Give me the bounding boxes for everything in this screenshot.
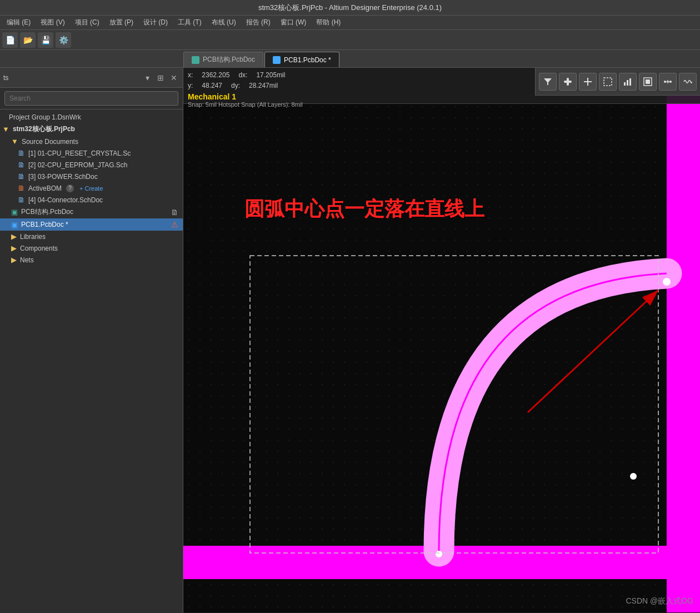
rt-filter-btn[interactable] (539, 73, 557, 91)
file-cpu-eeprom[interactable]: 🗎 [2] 02-CPU_EEPROM_JTAG.Sch (0, 159, 183, 171)
menu-place[interactable]: 放置 (P) (105, 17, 138, 28)
file-cpu-reset[interactable]: 🗎 [1] 01-CPU_RESET_CRYSTAL.Sc (0, 147, 183, 159)
file-connector[interactable]: 🗎 [4] 04-Connector.SchDoc (0, 194, 183, 206)
project-name: stm32核心板.PrjPcb (13, 124, 75, 134)
file-pcb-struct[interactable]: ▣ PCB结构.PcbDoc 🗎 (0, 206, 183, 218)
coord-y-label: y: (188, 81, 193, 91)
tab-pcb-struct-label: PCB结构.PcbDoc (203, 55, 255, 64)
toolbar-save[interactable]: 💾 (38, 32, 53, 48)
nets-folder-icon: ▶ (11, 256, 17, 264)
tab-pcb-struct-icon (192, 56, 199, 64)
svg-rect-18 (667, 68, 700, 612)
tab-bar: PCB结构.PcbDoc PCB1.PcbDoc * (0, 50, 700, 68)
right-toolbar (535, 68, 700, 96)
toolbar: 📄 📂 💾 ⚙️ (0, 30, 700, 50)
components-item[interactable]: ▶ Components (0, 242, 183, 254)
libraries-label: Libraries (20, 233, 46, 241)
rt-highlight-btn[interactable] (559, 73, 577, 91)
file-pcb1[interactable]: ▣ PCB1.PcbDoc * ⚠ (0, 218, 183, 231)
toolbar-new[interactable]: 📄 (2, 32, 18, 48)
rt-select-btn[interactable] (599, 73, 617, 91)
coord-x-val: 2362.205 (202, 70, 229, 81)
libraries-folder-icon: ▶ (11, 232, 17, 241)
menu-edit[interactable]: 编辑 (E) (2, 17, 35, 28)
watermark: CSDN @嵌入式OG (626, 596, 693, 606)
toolbar-open[interactable]: 📂 (20, 32, 36, 48)
search-bar (0, 88, 183, 109)
toolbar-settings[interactable]: ⚙️ (56, 32, 71, 48)
coord-dy-label: dy: (231, 81, 240, 91)
title-bar: stm32核心板.PrjPcb - Altium Designer Enterp… (0, 0, 700, 16)
tab-pcb1-label: PCB1.PcbDoc * (284, 56, 331, 64)
menu-route[interactable]: 布线 (U) (207, 17, 241, 28)
sch-file-icon-1: 🗎 (18, 149, 25, 157)
file-connector-label: [4] 04-Connector.SchDoc (28, 196, 103, 204)
svg-rect-10 (646, 79, 650, 84)
rt-bar-chart-btn[interactable] (619, 73, 637, 91)
components-label: Components (20, 245, 58, 252)
pcb1-file-icon: ▣ (11, 221, 18, 229)
project-folder-icon: ▼ (2, 125, 9, 133)
source-docs-group[interactable]: ▼ Source Documents (0, 136, 183, 147)
svg-rect-6 (624, 82, 626, 86)
menu-tools[interactable]: 工具 (T) (173, 17, 206, 28)
rt-component-btn[interactable] (639, 73, 657, 91)
rt-connect-btn[interactable] (659, 73, 677, 91)
coord-dy-val: 28.247mil (249, 81, 278, 91)
pcb-struct-file-icon: 🗎 (171, 208, 178, 217)
menu-window[interactable]: 窗口 (W) (276, 17, 311, 28)
nets-item[interactable]: ▶ Nets (0, 254, 183, 266)
libraries-item[interactable]: ▶ Libraries (0, 231, 183, 242)
sidebar-header: ts ▾ ⊞ ✕ (0, 68, 183, 88)
annotation-text: 圆弧中心点一定落在直线上 (244, 196, 484, 223)
source-folder-icon: ▼ (11, 137, 18, 146)
nets-label: Nets (20, 256, 34, 264)
bom-file-icon: 🗎 (18, 184, 25, 192)
activebom-create[interactable]: + Create (79, 185, 103, 192)
main-layout: ts ▾ ⊞ ✕ Project Group 1.DsnWrk ▼ stm32核… (0, 68, 700, 613)
tab-pcb1-icon (273, 56, 281, 64)
svg-rect-5 (604, 78, 612, 86)
tab-pcb-struct[interactable]: PCB结构.PcbDoc (183, 52, 263, 67)
coord-dx-label: dx: (238, 70, 247, 81)
svg-point-11 (664, 81, 666, 83)
components-folder-icon: ▶ (11, 244, 17, 252)
svg-marker-0 (544, 78, 552, 85)
sch-file-icon-2: 🗎 (18, 161, 25, 169)
sch-file-icon-3: 🗎 (18, 172, 25, 181)
project-tree: Project Group 1.DsnWrk ▼ stm32核心板.PrjPcb… (0, 109, 183, 613)
sidebar-float-btn[interactable]: ⊞ (155, 72, 166, 83)
file-pcb1-label: PCB1.PcbDoc * (21, 221, 68, 228)
file-activebom[interactable]: 🗎 ActiveBOM ? + Create (0, 182, 183, 194)
menu-design[interactable]: 设计 (D) (139, 17, 172, 28)
coord-x-label: x: (188, 70, 193, 81)
source-docs-label: Source Documents (22, 138, 78, 146)
rt-add-btn[interactable] (579, 73, 597, 91)
sidebar-pin-btn[interactable]: ▾ (142, 72, 153, 83)
sidebar-close-btn[interactable]: ✕ (168, 72, 179, 83)
svg-rect-7 (627, 80, 628, 86)
search-input[interactable] (4, 91, 178, 106)
snap-info: Snap: 5mil Hotspot Snap (All Layers): 8m… (188, 101, 696, 108)
app-title: stm32核心板.PrjPcb - Altium Designer Enterp… (258, 3, 442, 13)
project-root[interactable]: ▼ stm32核心板.PrjPcb (0, 123, 183, 136)
pcb-file-icon-1: ▣ (11, 208, 18, 216)
sch-file-icon-4: 🗎 (18, 196, 25, 204)
rt-wave-btn[interactable] (679, 73, 697, 91)
svg-point-21 (663, 278, 671, 286)
canvas-area: x: 2362.205 dx: 17.205mil y: 48.247 dy: … (183, 68, 700, 613)
svg-rect-2 (567, 78, 569, 86)
svg-rect-8 (629, 78, 631, 86)
sidebar: ts ▾ ⊞ ✕ Project Group 1.DsnWrk ▼ stm32核… (0, 68, 183, 613)
file-power-label: [3] 03-POWER.SchDoc (28, 173, 98, 181)
sidebar-title: ts (3, 74, 139, 82)
tab-pcb1[interactable]: PCB1.PcbDoc * (264, 52, 339, 67)
svg-point-12 (669, 81, 672, 83)
file-power[interactable]: 🗎 [3] 03-POWER.SchDoc (0, 171, 183, 182)
menu-project[interactable]: 项目 (C) (71, 17, 104, 28)
svg-point-20 (436, 551, 442, 557)
menu-report[interactable]: 报告 (R) (242, 17, 275, 28)
svg-rect-4 (587, 78, 588, 86)
menu-help[interactable]: 帮助 (H) (312, 17, 345, 28)
menu-view[interactable]: 视图 (V) (36, 17, 69, 28)
